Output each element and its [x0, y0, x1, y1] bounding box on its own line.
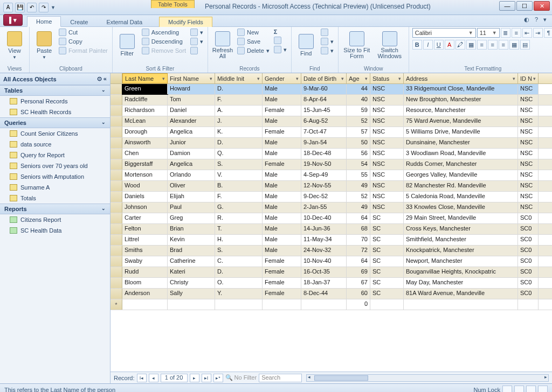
cell[interactable]: Female	[263, 267, 301, 277]
cell[interactable]: Sally	[168, 289, 215, 299]
cell[interactable]: 70	[347, 235, 370, 245]
format-painter-button[interactable]: Format Painter	[58, 46, 109, 55]
cell[interactable]: Male	[263, 181, 301, 191]
cell[interactable]: 8-Dec-44	[301, 289, 347, 299]
font-size-selector[interactable]: 11▼	[477, 28, 500, 38]
font-color-button[interactable]: A	[445, 40, 454, 50]
cell[interactable]: Kateri	[168, 267, 215, 277]
totals-button[interactable]: Σ	[273, 28, 288, 36]
cell[interactable]: Orlando	[168, 170, 215, 180]
cell[interactable]: NSC	[518, 181, 539, 191]
cell[interactable]	[370, 299, 404, 310]
cell[interactable]: R.	[215, 213, 263, 223]
qat-redo-icon[interactable]: ↷	[39, 3, 49, 12]
cell[interactable]	[168, 299, 215, 310]
cell[interactable]: T.	[215, 224, 263, 234]
column-header[interactable]: Last Name▾	[122, 73, 168, 83]
table-row[interactable]: SwabyCatherineC.Female10-Nov-4064SCNewpo…	[111, 256, 552, 267]
row-selector[interactable]	[111, 127, 122, 137]
refresh-button[interactable]: Refresh All	[211, 28, 234, 62]
tab-external-data[interactable]: External Data	[97, 17, 151, 27]
cell[interactable]: Smiths	[122, 246, 168, 256]
cell[interactable]: Q.	[215, 149, 263, 159]
row-selector[interactable]	[111, 116, 122, 127]
cell[interactable]: S.	[215, 246, 263, 256]
cell[interactable]: F.	[215, 192, 263, 202]
cell[interactable]: SC	[370, 224, 404, 234]
cell[interactable]: Damion	[168, 149, 215, 159]
table-row[interactable]: SmithsBradS.Male24-Nov-3272SCKnockpatric…	[111, 246, 552, 256]
cell[interactable]: 64	[347, 213, 370, 223]
cell[interactable]: NSC	[518, 95, 539, 105]
cell[interactable]: NSC	[370, 181, 404, 191]
file-button[interactable]: ▌▾	[3, 14, 23, 26]
table-row[interactable]: LittrelKevinH.Male11-May-3470SCSmithfiel…	[111, 235, 552, 246]
cell[interactable]: 67	[347, 278, 370, 288]
cell[interactable]: SC	[370, 213, 404, 223]
cell[interactable]: Wood	[122, 181, 168, 191]
first-record-button[interactable]: I◂	[137, 374, 147, 382]
ascending-button[interactable]: Ascending	[141, 28, 187, 37]
cell[interactable]: 10-Nov-40	[301, 256, 347, 267]
cell[interactable]: Dorough	[122, 127, 168, 137]
cell[interactable]: Male	[263, 202, 301, 213]
cell[interactable]: 7-Oct-47	[301, 127, 347, 137]
cell[interactable]: NSC	[518, 138, 539, 148]
nav-item[interactable]: Citizens Report	[0, 214, 110, 225]
cell[interactable]: 9-Mar-60	[301, 84, 347, 94]
view-button[interactable]: View ▼	[3, 28, 26, 62]
row-selector[interactable]	[111, 202, 122, 213]
cell[interactable]	[404, 299, 518, 310]
cell[interactable]: S.	[215, 159, 263, 170]
table-row[interactable]: RichardsonDanielA.Female15-Jun-4559NSCRe…	[111, 106, 552, 116]
cell[interactable]: Male	[263, 149, 301, 159]
nav-item[interactable]: Query for Report	[0, 150, 110, 160]
filter-button[interactable]: Filter	[116, 28, 139, 62]
tab-create[interactable]: Create	[61, 17, 97, 27]
row-selector[interactable]	[111, 106, 122, 116]
grid-body[interactable]: GreenHowardD.Male9-Mar-6044NSC33 Ridgemo…	[111, 84, 552, 372]
cell[interactable]: Male	[263, 116, 301, 127]
table-row[interactable]: JohnsonPaulG.Male2-Jan-5549NSC33 Knowles…	[111, 202, 552, 213]
table-row[interactable]: GreenHowardD.Male9-Mar-6044NSC33 Ridgemo…	[111, 84, 552, 95]
cell[interactable]: 11-May-34	[301, 235, 347, 245]
font-selector[interactable]: Calibri▼	[412, 28, 476, 38]
row-selector[interactable]	[111, 159, 122, 170]
cell[interactable]: 12-Nov-55	[301, 181, 347, 191]
column-header[interactable]: Status▾	[370, 73, 404, 83]
cell[interactable]: NSC	[518, 149, 539, 159]
column-header[interactable]: Middle Init▾	[215, 73, 263, 83]
cell[interactable]: NSC	[518, 106, 539, 116]
cell[interactable]: 50	[347, 138, 370, 148]
text-direction-icon[interactable]: ¶	[544, 28, 552, 38]
cell[interactable]: SC	[370, 278, 404, 288]
cell[interactable]: D.	[215, 84, 263, 94]
cell[interactable]: Male	[263, 235, 301, 245]
cell[interactable]: SC	[370, 267, 404, 277]
close-button[interactable]: ✕	[534, 1, 550, 11]
more-button[interactable]: ▾	[273, 45, 288, 54]
cell[interactable]: SC0	[518, 235, 539, 245]
cell[interactable]: Rudd	[122, 267, 168, 277]
search-input[interactable]: Search	[259, 374, 302, 382]
cell[interactable]: SC0	[518, 256, 539, 267]
cell[interactable]	[518, 299, 539, 310]
cell[interactable]: Angelica	[168, 159, 215, 170]
cell[interactable]: 3 Woodlawn Road, Mandeville	[404, 149, 518, 159]
cell[interactable]: McLean	[122, 116, 168, 127]
cell[interactable]: Resource, Manchester	[404, 106, 518, 116]
minimize-button[interactable]: —	[499, 1, 515, 11]
italic-button[interactable]: I	[423, 40, 433, 50]
table-row[interactable]: MortensonOrlandoV.Male4-Sep-4955NSCGeorg…	[111, 170, 552, 181]
remove-sort-button[interactable]: Remove Sort	[141, 46, 187, 55]
cell[interactable]: Felton	[122, 224, 168, 234]
record-position[interactable]: 1 of 20	[161, 374, 188, 382]
cell[interactable]: 56	[347, 149, 370, 159]
cell[interactable]: May Day, Manchester	[404, 278, 518, 288]
nav-header[interactable]: All Access Objects ⊙ «	[0, 73, 110, 85]
cell[interactable]: Kevin	[168, 235, 215, 245]
cell[interactable]: Brian	[168, 224, 215, 234]
cell[interactable]: Junior	[168, 138, 215, 148]
cell[interactable]: 8-Apr-64	[301, 95, 347, 105]
cell[interactable]: 4-Sep-49	[301, 170, 347, 180]
